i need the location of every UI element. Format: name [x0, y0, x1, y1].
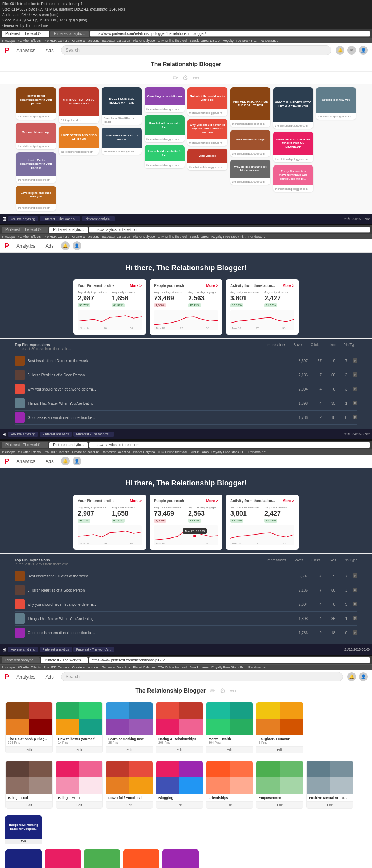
bottom-board-card[interactable]: PIN. POST. SAY. & S... Edit — [45, 849, 81, 868]
bookmark[interactable]: CTA Online first tool — [158, 665, 187, 669]
start-button-2[interactable]: ⊞ — [2, 431, 7, 437]
board-card[interactable]: Friendships Edit — [206, 761, 253, 809]
notification-icon-4[interactable]: 🔔 — [347, 672, 356, 681]
board-edit-button[interactable]: Edit — [156, 746, 203, 753]
board-edit-button[interactable]: Edit — [6, 746, 52, 753]
table-row[interactable]: why you should never let anyone determ..… — [15, 597, 357, 612]
board-edit-button[interactable]: Edit — [206, 746, 253, 753]
bookmark[interactable]: CTA Online first tool — [158, 450, 187, 454]
bookmark[interactable]: Inkscape — [2, 235, 15, 239]
bookmark[interactable]: Battlestar Galactica — [102, 450, 130, 454]
bookmark[interactable]: Planet Calypso — [133, 450, 155, 454]
board-card[interactable]: Empowerment Edit — [256, 761, 303, 809]
user-avatar-3[interactable]: 👤 — [73, 457, 81, 465]
gear-icon[interactable]: ⚙ — [182, 74, 188, 82]
nav-ads-3[interactable]: Ads — [43, 457, 56, 465]
bookmark[interactable]: Battlestar Galactica — [102, 665, 130, 669]
people-more[interactable]: More > — [206, 284, 218, 288]
board-edit-button[interactable]: Edit — [256, 801, 303, 808]
start-button-3[interactable]: ⊞ — [2, 647, 7, 652]
board-card[interactable]: Learn something new 28 PinsEdit — [106, 702, 153, 753]
bookmark-item[interactable]: Pandora.net — [260, 39, 278, 43]
active-tab-3[interactable]: Pinterest analytic... — [49, 442, 87, 448]
address-bar-4[interactable]: https://www.pinterest.com/therelationshi… — [89, 657, 370, 663]
taskbar-pinterest[interactable]: Pinterest - The world's... — [40, 216, 81, 221]
table-row[interactable]: Good sex is an emotional connection be..… — [15, 411, 357, 425]
bookmark-item[interactable]: Suzuki Laros 1.8 GU — [190, 39, 220, 43]
board-card[interactable]: Dating & Relationships 208 PinsEdit — [156, 702, 203, 753]
table-row[interactable]: Good sex is an emotional connection be..… — [15, 626, 357, 640]
board-edit-button[interactable]: Edit — [56, 801, 102, 808]
board-card[interactable]: Being a Dad Edit — [5, 761, 53, 809]
nav-ads-2[interactable]: Ads — [43, 242, 56, 250]
edit-icon-2[interactable]: ✏ — [210, 687, 215, 695]
bottom-board-card[interactable]: Blogs and books... Edit — [123, 849, 159, 868]
pin-card[interactable]: LOVE BEGINS AND ENDS WITH YOUtherelation… — [59, 126, 99, 155]
bookmark-item[interactable]: #G After Effects — [18, 39, 41, 43]
notification-icon-2[interactable]: 🔔 — [61, 241, 70, 250]
taskbar-pinterest-2[interactable]: Pinterest analytics — [40, 432, 72, 437]
board-card[interactable]: Powerful / Emotional Edit — [106, 761, 153, 809]
board-card[interactable]: Laughter / Humour 5 PinsEdit — [256, 702, 303, 753]
board-card[interactable]: The Relationship Blog... 396 PinsEdit — [5, 702, 53, 753]
bookmark[interactable]: Royalty Free Stock Pi... — [211, 235, 246, 239]
board-card[interactable]: Mental Health 304 PinsEdit — [206, 702, 253, 753]
activity-more[interactable]: More > — [282, 284, 294, 288]
bookmark-item[interactable]: Create an account — [72, 39, 99, 43]
table-row[interactable]: 6 Harsh Realities of a Good Person2,1867… — [15, 583, 357, 597]
inactive-tab-4a[interactable]: Pinterest analytic... — [2, 657, 40, 663]
pin-card[interactable]: How to build a website for freetherelati… — [145, 145, 185, 168]
bookmark[interactable]: Pro HDR Camera — [44, 235, 69, 239]
message-icon[interactable]: ✉ — [347, 46, 356, 55]
profile-more[interactable]: More > — [130, 284, 142, 288]
bookmark[interactable]: Planet Calypso — [133, 235, 155, 239]
bookmark[interactable]: Create an account — [72, 665, 99, 669]
bookmark[interactable]: CTA Online first tool — [158, 235, 187, 239]
taskbar-pinterest-3[interactable]: Pinterest - The world's... — [73, 647, 114, 652]
table-row[interactable]: Things That Matter When You Are Dating1,… — [15, 612, 357, 626]
table-row[interactable]: Best Inspirational Quotes of the week8,6… — [15, 354, 357, 368]
table-row[interactable]: Best Inspirational Quotes of the week8,6… — [15, 569, 357, 583]
taskbar-ask[interactable]: Ask me anything — [8, 216, 38, 221]
address-bar-1[interactable]: https://www.pinterest.com/relationshipbl… — [90, 31, 370, 37]
taskbar-analytics[interactable]: Pinterest analytic... — [82, 216, 115, 221]
nav-analytics-4[interactable]: Analytics — [13, 673, 38, 681]
notification-icon[interactable]: 🔔 — [336, 46, 344, 55]
taskbar-analytics-3[interactable]: Pinterest analytics — [40, 647, 72, 652]
active-tab-1[interactable]: Pinterest - The world's ... — [2, 31, 49, 37]
special-board-edit[interactable]: Edit — [5, 839, 42, 844]
pin-card[interactable]: MEN AND MISCARRIAGE THE REAL TRUTHtherel… — [230, 87, 270, 127]
user-avatar-4[interactable]: 👤 — [359, 672, 368, 681]
active-tab-2[interactable]: Pinterest analytic... — [49, 227, 87, 233]
pin-card[interactable]: How to build a website freetherelationsh… — [145, 115, 185, 142]
pin-card[interactable]: Gambling is an addictiontherelationshipb… — [145, 87, 185, 112]
bookmark[interactable]: #G After Effects — [18, 235, 41, 239]
bookmark-item[interactable]: Pro HDR Camera — [44, 39, 69, 43]
bookmark[interactable]: Pandora.net — [248, 235, 266, 239]
bookmark[interactable]: Royalty Free Stock Pi... — [211, 450, 246, 454]
gear-icon-2[interactable]: ⚙ — [220, 687, 226, 695]
edit-icon[interactable]: ✏ — [173, 74, 178, 82]
bookmark[interactable]: Planet Calypso — [133, 665, 155, 669]
board-card[interactable]: How to better yourself 14 PinsEdit — [56, 702, 103, 753]
inactive-tab-1[interactable]: Pinterest analytic... — [50, 31, 88, 37]
pin-card[interactable]: WHY IT IS IMPORTANT TO LET HIM CHASE YOU… — [273, 87, 313, 129]
notification-icon-3[interactable]: 🔔 — [61, 457, 70, 465]
bookmark-item[interactable]: Inkscape — [2, 39, 15, 43]
address-bar-3[interactable]: https://analytics.pinterest.com — [89, 442, 370, 448]
inactive-tab-2a[interactable]: Pinterest - The world's... — [2, 227, 48, 233]
user-avatar[interactable]: 👤 — [359, 46, 368, 55]
board-card[interactable]: Positive Mental Attitu... Edit — [306, 761, 353, 809]
taskbar-ask-3[interactable]: Ask me anything — [8, 647, 38, 652]
pin-card[interactable]: Purity Culture is a movement that I was … — [273, 165, 313, 192]
search-input[interactable]: Search — [61, 45, 331, 55]
bookmark[interactable]: Inkscape — [2, 450, 15, 454]
board-edit-button[interactable]: Edit — [106, 746, 153, 753]
bookmark[interactable]: Suzuki Laros — [190, 235, 209, 239]
start-button[interactable]: ⊞ — [2, 216, 7, 222]
profile-more-2[interactable]: More > — [130, 499, 142, 503]
inactive-tab-3a[interactable]: Pinterest - The world's... — [2, 442, 48, 448]
nav-ads[interactable]: Ads — [43, 46, 56, 55]
pin-card[interactable]: How to better communicate with your part… — [16, 87, 56, 120]
pin-card[interactable]: Does Penis size REALLY mattertherelation… — [102, 128, 142, 155]
